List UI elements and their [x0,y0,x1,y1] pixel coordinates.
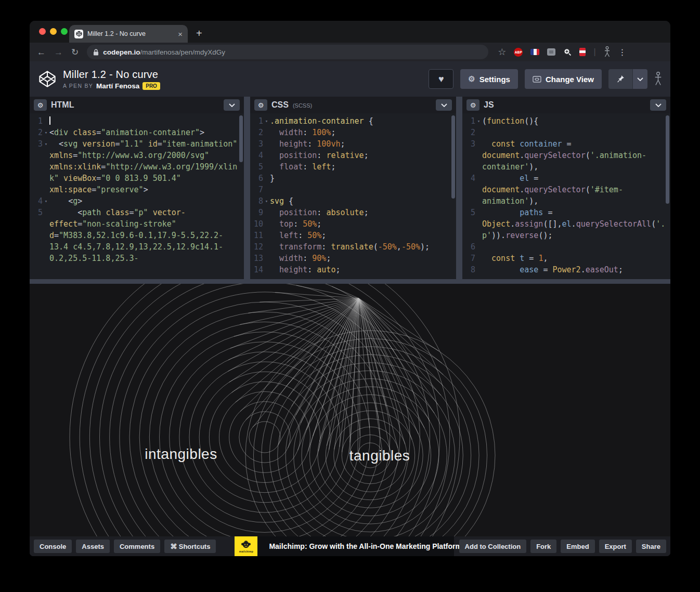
js-scrollbar-thumb[interactable] [666,115,669,204]
code-text: left: 50%; [270,230,456,241]
line-gutter: 1▾ [462,115,482,127]
browser-menu-icon[interactable]: ⋮ [618,47,627,57]
fold-arrow-icon[interactable]: ▾ [43,138,49,195]
code-line: 8▾svg { [250,195,456,207]
fold-spacer [263,218,270,230]
html-scrollbar-thumb[interactable] [239,115,243,162]
fork-button[interactable]: Fork [530,540,556,553]
fold-arrow-icon[interactable]: ▾ [263,115,270,127]
pro-badge: PRO [142,82,160,90]
css-panel-header: ⚙ CSS (SCSS) [250,97,456,113]
css-collapse-button[interactable] [436,99,452,111]
ad-text: Mailchimp: Grow with the All-in-One Mark… [269,542,462,550]
code-text: .animation-container { [270,115,456,127]
add-to-collection-button[interactable]: Add to Collection [459,540,527,553]
fold-arrow-icon[interactable]: ▾ [43,195,49,207]
french-flag-extension-icon[interactable] [530,49,539,55]
html-panel-title: HTML [51,100,74,110]
css-settings-gear-icon[interactable]: ⚙ [254,99,267,111]
sponsor-ad[interactable]: Mailchimp: Grow with the All-in-One Mark… [257,536,454,556]
codepen-logo-icon[interactable] [38,70,57,88]
line-gutter: 11 [250,230,270,241]
chevron-down-icon [637,77,643,81]
js-settings-gear-icon[interactable]: ⚙ [466,99,479,111]
line-gutter: 9 [250,207,270,218]
embed-button[interactable]: Embed [561,540,594,553]
code-line: 4 el = document.querySelector('#item-ani… [462,173,670,207]
share-button[interactable]: Share [636,540,666,553]
pen-title: Miller 1.2 - No curve [63,69,160,81]
preview-label: intangibles [145,446,217,463]
tab-close-icon[interactable]: × [178,30,183,38]
browser-tab-strip: Miller 1.2 - No curve × + [30,21,670,43]
html-collapse-button[interactable] [224,99,240,111]
css-scrollbar-thumb[interactable] [451,115,455,199]
browser-tab[interactable]: Miller 1.2 - No curve × [69,25,188,43]
code-line: 14 height: auto; [250,264,456,275]
pin-dropdown-button[interactable] [632,69,647,89]
code-line: 13 width: 90%; [250,253,456,264]
forward-icon[interactable]: → [54,48,63,57]
zoom-window-button[interactable] [61,28,68,35]
code-line: 2 width: 100%; [250,127,456,138]
fold-arrow-icon[interactable]: ▾ [475,115,482,127]
html-code-area[interactable]: 12▾<div class="animation-container">3▾ <… [30,113,244,279]
code-line: 1▾.animation-container { [250,115,456,127]
comments-button[interactable]: Comments [114,540,160,553]
fold-spacer [263,161,270,173]
change-view-button[interactable]: Change View [525,69,602,89]
code-text: paths = Object.assign([],el.querySelecto… [482,207,670,241]
shortcuts-button[interactable]: ⌘ Shortcuts [164,540,216,553]
bookmark-star-icon[interactable]: ☆ [498,47,506,57]
address-bar[interactable]: codepen.io/martifenosa/pen/mdyXdGy [87,45,488,59]
css-code-area[interactable]: 1▾.animation-container {2 width: 100%;3 … [250,113,456,279]
code-text: } [270,173,456,184]
pin-button[interactable] [608,69,632,89]
fold-arrow-icon[interactable]: ▾ [263,195,270,207]
author-link[interactable]: Martí Fenosa [96,82,139,90]
red-can-extension-icon[interactable] [579,48,586,56]
code-text: <path class="p" vector-effect="non-scali… [49,207,244,264]
assets-button[interactable]: Assets [76,540,110,553]
code-line: 12 transform: translate(-50%,-50%); [250,241,456,253]
adblock-plus-icon[interactable]: ABP [514,48,523,57]
settings-button[interactable]: ⚙ Settings [460,69,518,89]
editor-footer: ConsoleAssetsComments⌘ Shortcuts mailchi… [30,536,670,556]
mailchimp-logo-tile[interactable]: mailchimp [235,536,257,556]
code-text [49,115,244,127]
wireframe-animation [30,284,670,536]
reload-icon[interactable]: ↻ [71,48,79,57]
code-text [482,241,670,253]
fold-arrow-icon[interactable]: ▾ [43,127,49,138]
js-code-area[interactable]: 1▾(function(){23 const container = docum… [462,113,670,279]
heart-icon: ♥ [438,74,444,85]
stick-figure-extension-icon[interactable] [604,46,611,58]
js-collapse-button[interactable] [650,99,666,111]
pen-header-actions: ♥ ⚙ Settings Change View [429,69,662,89]
close-window-button[interactable] [39,28,46,35]
html-panel-header: ⚙ HTML [30,97,244,113]
html-settings-gear-icon[interactable]: ⚙ [34,99,47,111]
minimize-window-button[interactable] [50,28,57,35]
url-path: /martifenosa/pen/mdyXdGy [140,48,226,56]
fold-spacer [475,253,482,264]
love-button[interactable]: ♥ [429,69,453,89]
css-editor-panel: ⚙ CSS (SCSS) 1▾.animation-container {2 w… [250,97,456,279]
footer-left-buttons: ConsoleAssetsComments⌘ Shortcuts [34,540,220,553]
code-text: <div class="animation-container"> [49,127,244,138]
fold-spacer [475,138,482,173]
fold-spacer [263,173,270,184]
zoom-plus-extension-icon[interactable] [563,48,572,56]
codepen-favicon-icon [74,30,83,38]
code-editors: ⚙ HTML 12▾<div class="animation-containe… [30,97,670,284]
console-button[interactable]: Console [34,540,72,553]
export-button[interactable]: Export [599,540,632,553]
line-gutter: 13 [250,253,270,264]
new-tab-button[interactable]: + [196,28,202,38]
line-gutter: 12 [250,241,270,253]
code-text: <g> [49,195,244,207]
footer-right-buttons: Add to CollectionForkEmbedExportShare [455,540,670,553]
speech-bubble-extension-icon[interactable] [547,48,555,56]
back-icon[interactable]: ← [37,48,46,57]
code-line: 3 height: 100vh; [250,138,456,150]
